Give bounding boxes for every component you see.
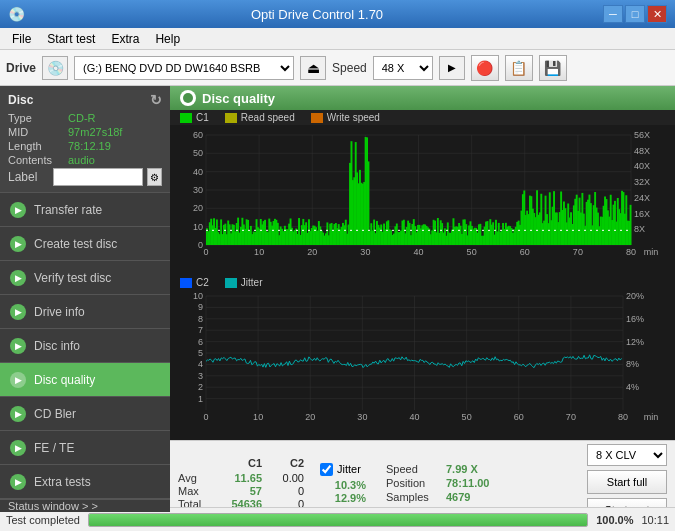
menu-bar: File Start test Extra Help xyxy=(0,28,675,50)
max-c1: 57 xyxy=(216,485,262,497)
drive-refresh-button[interactable]: ⏏ xyxy=(300,56,326,80)
nav-label-drive-info: Drive info xyxy=(34,305,85,319)
drive-eject-icon[interactable]: 💿 xyxy=(42,56,68,80)
disc-contents-key: Contents xyxy=(8,154,68,166)
disc-mid-val: 97m27s18f xyxy=(68,126,122,138)
disc-header-label: Disc xyxy=(8,93,33,107)
speed-stat-val: 7.99 X xyxy=(446,463,478,475)
disc-refresh-icon[interactable]: ↻ xyxy=(150,92,162,108)
drive-bar: Drive 💿 (G:) BENQ DVD DD DW1640 BSRB ⏏ S… xyxy=(0,50,675,86)
drive-select[interactable]: (G:) BENQ DVD DD DW1640 BSRB xyxy=(74,56,294,80)
action-buttons: 8 X CLV Start full Start part xyxy=(587,444,667,507)
nav-icon-disc-quality: ▶ xyxy=(10,372,26,388)
disc-quality-icon xyxy=(180,90,196,106)
nav-item-fe-te[interactable]: ▶FE / TE xyxy=(0,431,170,465)
minimize-button[interactable]: ─ xyxy=(603,5,623,23)
avg-jitter: 10.3% xyxy=(320,479,366,491)
c2-legend-color xyxy=(180,278,192,288)
jitter-legend-color xyxy=(225,278,237,288)
chart-legend-top: C1 Read speed Write speed xyxy=(170,110,675,125)
nav-label-disc-info: Disc info xyxy=(34,339,80,353)
right-panel: Disc quality C1 Read speed Write speed xyxy=(170,86,675,507)
status-time: 10:11 xyxy=(641,514,669,526)
status-window-button[interactable]: Status window > > xyxy=(0,499,170,512)
nav-label-disc-quality: Disc quality xyxy=(34,373,95,387)
disc-label-edit-button[interactable]: ⚙ xyxy=(147,168,162,186)
jitter-checkbox-label: Jitter xyxy=(337,463,361,475)
c1-chart xyxy=(170,125,675,275)
app-title: Opti Drive Control 1.70 xyxy=(31,7,603,22)
nav-label-cd-bler: CD Bler xyxy=(34,407,76,421)
nav-item-verify-test-disc[interactable]: ▶Verify test disc xyxy=(0,261,170,295)
menu-start-test[interactable]: Start test xyxy=(39,30,103,48)
nav-icon-create-test-disc: ▶ xyxy=(10,236,26,252)
nav-label-extra-tests: Extra tests xyxy=(34,475,91,489)
status-percent: 100.0% xyxy=(596,514,633,526)
clv-select[interactable]: 8 X CLV xyxy=(587,444,667,466)
nav-icon-transfer-rate: ▶ xyxy=(10,202,26,218)
disc-quality-header: Disc quality xyxy=(170,86,675,110)
c1-legend-label: C1 xyxy=(196,112,209,123)
left-panel: Disc ↻ Type CD-R MID 97m27s18f Length 78… xyxy=(0,86,170,507)
nav-item-disc-quality[interactable]: ▶Disc quality xyxy=(0,363,170,397)
nav-icon-drive-info: ▶ xyxy=(10,304,26,320)
disc-contents-val: audio xyxy=(68,154,95,166)
nav-icon-verify-test-disc: ▶ xyxy=(10,270,26,286)
total-c2: 0 xyxy=(264,498,304,508)
close-button[interactable]: ✕ xyxy=(647,5,667,23)
write-speed-legend-color xyxy=(311,113,323,123)
menu-extra[interactable]: Extra xyxy=(103,30,147,48)
col-header-c2: C2 xyxy=(264,457,304,469)
c2-legend-label: C2 xyxy=(196,277,209,288)
disc-type-key: Type xyxy=(8,112,68,124)
nav-item-transfer-rate[interactable]: ▶Transfer rate xyxy=(0,193,170,227)
window-controls: ─ □ ✕ xyxy=(603,5,667,23)
erase-button[interactable]: 🔴 xyxy=(471,55,499,81)
nav-item-disc-info[interactable]: ▶Disc info xyxy=(0,329,170,363)
disc-length-val: 78:12.19 xyxy=(68,140,111,152)
c2-jitter-chart xyxy=(170,290,675,440)
disc-mid-key: MID xyxy=(8,126,68,138)
c2-chart-container xyxy=(170,290,675,440)
menu-file[interactable]: File xyxy=(4,30,39,48)
jitter-legend-label: Jitter xyxy=(241,277,263,288)
max-label: Max xyxy=(178,485,214,497)
max-c2: 0 xyxy=(264,485,304,497)
nav-item-create-test-disc[interactable]: ▶Create test disc xyxy=(0,227,170,261)
disc-label-key: Label xyxy=(8,170,53,184)
speed-select[interactable]: 48 X xyxy=(373,56,433,80)
nav-item-extra-tests[interactable]: ▶Extra tests xyxy=(0,465,170,499)
total-c1: 54636 xyxy=(216,498,262,508)
read-speed-legend-color xyxy=(225,113,237,123)
nav-item-drive-info[interactable]: ▶Drive info xyxy=(0,295,170,329)
app-icon: 💿 xyxy=(8,6,25,22)
disc-quality-title: Disc quality xyxy=(202,91,275,106)
menu-help[interactable]: Help xyxy=(147,30,188,48)
jitter-checkbox[interactable] xyxy=(320,463,333,476)
disc-section: Disc ↻ Type CD-R MID 97m27s18f Length 78… xyxy=(0,86,170,193)
save-button[interactable]: 💾 xyxy=(539,55,567,81)
drive-label: Drive xyxy=(6,61,36,75)
nav-label-create-test-disc: Create test disc xyxy=(34,237,117,251)
nav-item-cd-bler[interactable]: ▶CD Bler xyxy=(0,397,170,431)
nav-label-verify-test-disc: Verify test disc xyxy=(34,271,111,285)
speed-label: Speed xyxy=(332,61,367,75)
c1-legend-color xyxy=(180,113,192,123)
disc-label-input[interactable] xyxy=(53,168,143,186)
write-speed-legend-label: Write speed xyxy=(327,112,380,123)
nav-label-transfer-rate: Transfer rate xyxy=(34,203,102,217)
speed-apply-button[interactable]: ▶ xyxy=(439,56,465,80)
disc-type-val: CD-R xyxy=(68,112,96,124)
start-part-button[interactable]: Start part xyxy=(587,498,667,507)
status-text: Test completed xyxy=(6,514,80,526)
start-full-button[interactable]: Start full xyxy=(587,470,667,494)
col-header-c1: C1 xyxy=(216,457,262,469)
main-layout: Disc ↻ Type CD-R MID 97m27s18f Length 78… xyxy=(0,86,675,507)
chart-legend-bottom: C2 Jitter xyxy=(170,275,675,290)
progress-bar-fill xyxy=(89,514,587,526)
max-jitter: 12.9% xyxy=(320,492,366,504)
info-button[interactable]: 📋 xyxy=(505,55,533,81)
nav-icon-cd-bler: ▶ xyxy=(10,406,26,422)
maximize-button[interactable]: □ xyxy=(625,5,645,23)
samples-label: Samples xyxy=(386,491,442,503)
